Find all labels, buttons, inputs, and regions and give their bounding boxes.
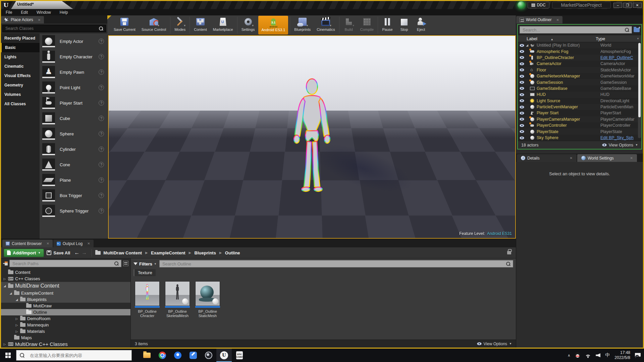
breadcrumb-examplecontent[interactable]: ExampleContent bbox=[151, 250, 185, 255]
visibility-eye-icon[interactable] bbox=[520, 75, 524, 78]
help-icon[interactable]: ? bbox=[99, 54, 104, 59]
actor-empty-actor[interactable]: Empty Actor? bbox=[40, 34, 107, 49]
actor-sphere-trigger[interactable]: Sphere Trigger? bbox=[40, 203, 107, 219]
tree-content[interactable]: Content bbox=[1, 269, 130, 276]
actor-plane[interactable]: Plane? bbox=[40, 172, 107, 188]
category-recently-placed[interactable]: Recently Placed bbox=[1, 34, 40, 43]
save-current-button[interactable]: Save Current bbox=[111, 15, 139, 35]
restore-button[interactable]: ❐ bbox=[623, 3, 632, 8]
start-button[interactable] bbox=[0, 349, 16, 362]
actor-cylinder[interactable]: Cylinder? bbox=[40, 141, 107, 157]
level-viewport[interactable]: Feature Level:Android ES31 bbox=[108, 35, 516, 239]
help-icon[interactable]: ? bbox=[99, 116, 104, 121]
edit-blueprint-link[interactable]: Edit BP_OutlineC bbox=[600, 55, 641, 60]
category-cinematic[interactable]: Cinematic bbox=[1, 62, 40, 71]
help-icon[interactable]: ? bbox=[99, 208, 104, 214]
visibility-eye-icon[interactable] bbox=[520, 93, 524, 96]
actor-box-trigger[interactable]: Box Trigger? bbox=[40, 188, 107, 203]
category-volumes[interactable]: Volumes bbox=[1, 90, 40, 99]
column-label[interactable]: Label▲ bbox=[518, 36, 596, 41]
tree-multidraw-cpp-classes[interactable]: ▷C++MultiDraw C++ Classes bbox=[1, 341, 130, 347]
asset-bp-outline-skeletalmesh[interactable]: BP_OutlineSkeletalMesh bbox=[164, 281, 191, 318]
eject-button[interactable]: Eject bbox=[413, 15, 429, 35]
visibility-eye-icon[interactable] bbox=[520, 136, 524, 139]
outliner-row-playercontroller[interactable]: PlayerControllerPlayerController bbox=[518, 122, 641, 128]
outliner-row-floor[interactable]: FloorStaticMeshActor bbox=[518, 67, 641, 73]
outliner-row-cameraactor[interactable]: CameraActorCameraActor bbox=[518, 61, 641, 67]
column-options-icon[interactable]: ▼ bbox=[637, 37, 639, 40]
modes-button[interactable]: ▼Modes bbox=[171, 15, 189, 35]
taskbar-search-input[interactable] bbox=[30, 353, 128, 358]
help-icon[interactable]: ? bbox=[99, 100, 104, 106]
category-geometry[interactable]: Geometry bbox=[1, 80, 40, 90]
tab-place-actors[interactable]: Place Actors ✕ bbox=[1, 16, 44, 23]
help-icon[interactable]: ? bbox=[99, 85, 104, 90]
tab-world-outliner[interactable]: World Outliner ✕ bbox=[516, 16, 562, 23]
column-type[interactable]: Type bbox=[596, 36, 637, 41]
outliner-scrollbar[interactable] bbox=[638, 43, 641, 138]
outliner-row-particleeventmanager[interactable]: ParticleEventManagerParticleEventMan bbox=[518, 104, 641, 110]
tab-world-settings[interactable]: World Settings ✕ bbox=[577, 154, 637, 162]
view-options-button[interactable]: View Options ▼ bbox=[477, 342, 512, 346]
actor-cone[interactable]: Cone? bbox=[40, 157, 107, 172]
tab-output-log[interactable]: >_ Output Log ✕ bbox=[53, 240, 94, 247]
volume-icon[interactable] bbox=[596, 353, 600, 357]
help-icon[interactable]: ? bbox=[99, 193, 104, 198]
tray-expand-chevron[interactable]: ∧ bbox=[568, 353, 570, 358]
visibility-eye-icon[interactable] bbox=[520, 81, 524, 84]
visibility-eye-icon[interactable] bbox=[520, 118, 524, 121]
settings-button[interactable]: ▼Settings bbox=[238, 15, 258, 35]
tree-demoroom[interactable]: ▷DemoRoom bbox=[1, 315, 130, 322]
asset-bp-outline-chracter[interactable]: BP_OutlineChracter bbox=[134, 281, 160, 318]
visibility-eye-icon[interactable] bbox=[520, 62, 524, 65]
search-assets-input[interactable] bbox=[160, 261, 506, 266]
taskbar-editor-app[interactable] bbox=[185, 349, 201, 362]
close-icon[interactable]: ✕ bbox=[556, 18, 559, 22]
save-all-button[interactable]: Save All bbox=[47, 250, 70, 255]
outliner-row-gamesession[interactable]: GameSessionGameSession bbox=[518, 79, 641, 85]
breadcrumb-multidraw-content[interactable]: MultiDraw Content bbox=[103, 250, 142, 255]
wifi-icon[interactable] bbox=[585, 353, 591, 358]
minimize-button[interactable]: – bbox=[613, 3, 622, 8]
level-title-tab[interactable]: Untitled* bbox=[11, 1, 73, 9]
new-folder-icon[interactable] bbox=[634, 28, 640, 32]
search-paths-input[interactable] bbox=[10, 261, 114, 266]
visibility-eye-icon[interactable] bbox=[520, 44, 524, 47]
breadcrumb-blueprints[interactable]: Blueprints bbox=[195, 250, 216, 255]
taskbar-unreal-editor[interactable]: U bbox=[216, 349, 232, 362]
category-basic[interactable]: Basic bbox=[1, 43, 40, 52]
actor-empty-pawn[interactable]: ♟Empty Pawn? bbox=[40, 64, 107, 80]
lock-icon[interactable] bbox=[507, 251, 511, 254]
help-icon[interactable]: ? bbox=[99, 69, 104, 75]
list-view-icon[interactable] bbox=[123, 261, 128, 266]
close-icon[interactable]: ✕ bbox=[630, 156, 633, 160]
visibility-eye-icon[interactable] bbox=[520, 68, 524, 71]
close-icon[interactable]: ✕ bbox=[570, 156, 573, 160]
pause-button[interactable]: Pause bbox=[379, 15, 396, 35]
outliner-row-hud[interactable]: HUDHUD bbox=[518, 92, 641, 98]
visibility-eye-icon[interactable] bbox=[520, 106, 524, 109]
android-preview-button[interactable]: 3.1androidAndroid ES3.1 bbox=[258, 16, 288, 35]
actor-player-start[interactable]: Player Start? bbox=[40, 95, 107, 111]
outliner-row-player-start[interactable]: Player StartPlayerStart bbox=[518, 110, 641, 116]
help-icon[interactable]: ? bbox=[99, 146, 104, 152]
expander-icon[interactable]: ◢ bbox=[526, 44, 530, 47]
tab-content-browser[interactable]: Content Browser ✕ bbox=[2, 240, 53, 247]
edit-blueprint-link[interactable]: Edit BP_Sky_Sph bbox=[600, 135, 641, 140]
asset-bp-outline-staticmesh[interactable]: BP_OutlineStaticMesh bbox=[195, 281, 221, 318]
tree-mutidraw[interactable]: MutiDraw bbox=[1, 303, 130, 309]
tree-examplecontent[interactable]: ◢ExampleContent bbox=[1, 290, 130, 296]
tree-maps[interactable]: Maps bbox=[1, 335, 130, 341]
tab-details[interactable]: i Details ✕ bbox=[517, 154, 577, 162]
tree-cpp-classes[interactable]: ▷C++C++ Classes bbox=[1, 276, 130, 282]
outliner-row-gamenetworkmanager[interactable]: GameNetworkManagerGameNetworkMar bbox=[518, 73, 641, 79]
actor-cube[interactable]: Cube? bbox=[40, 111, 107, 126]
breadcrumb-outline[interactable]: Outline bbox=[225, 250, 240, 255]
help-icon[interactable]: ? bbox=[99, 131, 104, 136]
tree-materials[interactable]: ▷Materials bbox=[1, 328, 130, 335]
close-icon[interactable]: ✕ bbox=[87, 242, 90, 245]
outliner-row-bp-outlinechracter[interactable]: BP_OutlineChracterEdit BP_OutlineC bbox=[518, 55, 641, 61]
filters-button[interactable]: Filters ▼ bbox=[133, 261, 157, 266]
visibility-eye-icon[interactable] bbox=[520, 99, 524, 102]
content-button[interactable]: Content bbox=[191, 15, 210, 35]
